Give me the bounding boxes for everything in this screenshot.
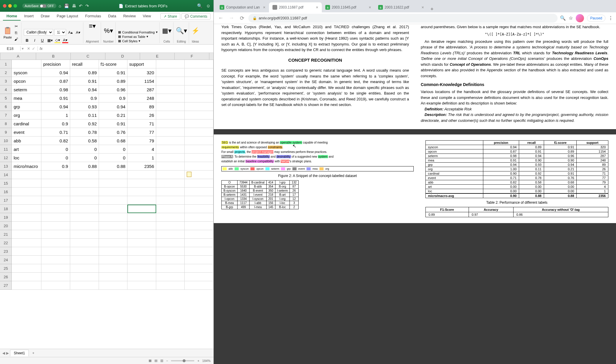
cell-G22[interactable] <box>185 239 213 247</box>
zoom-slider[interactable] <box>171 360 194 361</box>
cell-C18[interactable] <box>70 205 99 213</box>
cell-B10[interactable]: 0.82 <box>41 136 70 145</box>
row-header-23[interactable]: 23 <box>0 247 12 256</box>
cell-F25[interactable] <box>156 264 185 273</box>
row-header-1[interactable]: 1 <box>0 60 12 68</box>
cell-D22[interactable] <box>99 239 128 247</box>
column-header-E[interactable]: E <box>140 53 175 60</box>
cell-D15[interactable] <box>99 179 128 188</box>
cell-B13[interactable]: 0.9 <box>41 162 70 171</box>
home-icon[interactable]: ⌂ <box>59 4 61 8</box>
cell-C7[interactable]: 0.11 <box>70 111 99 119</box>
cell-G15[interactable] <box>185 179 213 188</box>
cell-C11[interactable]: 0 <box>70 145 99 154</box>
cell-F13[interactable] <box>156 162 185 171</box>
cell-B17[interactable] <box>41 196 70 205</box>
italic-button[interactable]: I <box>31 37 38 43</box>
cell-G18[interactable] <box>185 205 213 213</box>
cell-A21[interactable] <box>12 230 41 239</box>
name-box-dropdown-icon[interactable]: ▾ <box>21 46 25 51</box>
cell-A22[interactable] <box>12 239 41 247</box>
row-header-22[interactable]: 22 <box>0 239 12 247</box>
cell-B19[interactable] <box>41 213 70 222</box>
cell-E1[interactable]: support <box>127 60 156 68</box>
sheet-tab-1[interactable]: Sheet1 <box>10 350 29 356</box>
cell-A19[interactable] <box>12 213 41 222</box>
cell-F22[interactable] <box>156 239 185 247</box>
cell-B14[interactable] <box>41 171 70 179</box>
cell-B7[interactable]: 1 <box>41 111 70 119</box>
row-header-7[interactable]: 7 <box>0 111 12 119</box>
cell-G19[interactable] <box>185 213 213 222</box>
paste-button[interactable]: Paste <box>4 27 12 39</box>
cell-F3[interactable] <box>156 77 185 85</box>
cell-C4[interactable]: 0.94 <box>70 85 99 94</box>
cell-E5[interactable]: 248 <box>127 94 156 102</box>
redo-icon[interactable]: ↷ <box>85 4 89 8</box>
cell-D2[interactable]: 0.91 <box>99 68 128 77</box>
cell-D5[interactable]: 0.9 <box>99 94 128 102</box>
cell-G24[interactable] <box>185 256 213 264</box>
cell-D10[interactable]: 0.68 <box>99 136 128 145</box>
cell-E19[interactable] <box>127 213 156 222</box>
row-header-11[interactable]: 11 <box>0 145 12 154</box>
cell-C5[interactable]: 0.9 <box>70 94 99 102</box>
cell-G12[interactable] <box>185 154 213 162</box>
ribbon-tab-view[interactable]: View <box>139 12 154 21</box>
cell-F21[interactable] <box>156 230 185 239</box>
cells-icon[interactable]: ▦▾ <box>162 27 171 35</box>
confirm-icon[interactable]: ✓ <box>32 46 35 51</box>
cell-A20[interactable] <box>12 222 41 230</box>
cell-F7[interactable] <box>156 111 185 119</box>
cell-A13[interactable]: micro/macro <box>12 162 41 171</box>
cell-F4[interactable] <box>156 85 185 94</box>
row-header-4[interactable]: 4 <box>0 85 12 94</box>
cell-A9[interactable]: event <box>12 128 41 136</box>
browser-tab[interactable]: aComputation and Lan× <box>216 2 269 12</box>
cell-E27[interactable] <box>127 281 156 290</box>
cell-B23[interactable] <box>41 247 70 256</box>
cell-D1[interactable]: f1-score <box>99 60 128 68</box>
bookmark-icon[interactable]: ☆ <box>569 15 573 21</box>
copy-icon[interactable]: ⎘ <box>13 30 19 36</box>
cell-D26[interactable] <box>99 273 128 281</box>
cell-G7[interactable] <box>185 111 213 119</box>
row-header-25[interactable]: 25 <box>0 264 12 273</box>
cell-C16[interactable] <box>70 188 99 196</box>
cell-C3[interactable]: 0.91 <box>70 77 99 85</box>
cell-E12[interactable]: 1 <box>127 154 156 162</box>
cell-F20[interactable] <box>156 222 185 230</box>
sheet-nav-prev[interactable]: ◀ <box>2 351 5 355</box>
cell-F24[interactable] <box>156 256 185 264</box>
cell-E3[interactable]: 1154 <box>127 77 156 85</box>
cell-C9[interactable]: 0.78 <box>70 128 99 136</box>
cell-G11[interactable] <box>185 145 213 154</box>
cell-A24[interactable] <box>12 256 41 264</box>
cell-D19[interactable] <box>99 213 128 222</box>
cell-E25[interactable] <box>127 264 156 273</box>
cell-E11[interactable]: 4 <box>127 145 156 154</box>
cell-B15[interactable] <box>41 179 70 188</box>
cell-E10[interactable]: 79 <box>127 136 156 145</box>
ribbon-tab-review[interactable]: Review <box>120 12 139 21</box>
cell-A10[interactable]: abb <box>12 136 41 145</box>
cell-F14[interactable] <box>156 171 185 179</box>
cancel-icon[interactable]: ✕ <box>27 46 30 51</box>
comments-button[interactable]: 💬Comments <box>181 13 211 20</box>
close-tab-icon[interactable]: × <box>263 5 265 10</box>
menu-icon[interactable]: ⋮ <box>608 15 613 21</box>
cell-D13[interactable]: 0.88 <box>99 162 128 171</box>
cell-F15[interactable] <box>156 179 185 188</box>
cell-E14[interactable] <box>127 171 156 179</box>
conditional-formatting-button[interactable]: ▦Conditional Formatting ▾ <box>118 30 158 34</box>
font-name-select[interactable]: Calibri (Body) <box>24 29 53 36</box>
cell-G23[interactable] <box>185 247 213 256</box>
row-header-14[interactable]: 14 <box>0 171 12 179</box>
cell-D7[interactable]: 0.21 <box>99 111 128 119</box>
cell-C14[interactable] <box>70 171 99 179</box>
format-as-table-button[interactable]: ▦Format as Table ▾ <box>118 34 148 39</box>
cell-G6[interactable] <box>185 102 213 111</box>
cell-G17[interactable] <box>185 196 213 205</box>
cell-B5[interactable]: 0.91 <box>41 94 70 102</box>
pdf-viewer[interactable]: York Times Corpus (Riedel, Yao, and McCa… <box>214 24 616 364</box>
